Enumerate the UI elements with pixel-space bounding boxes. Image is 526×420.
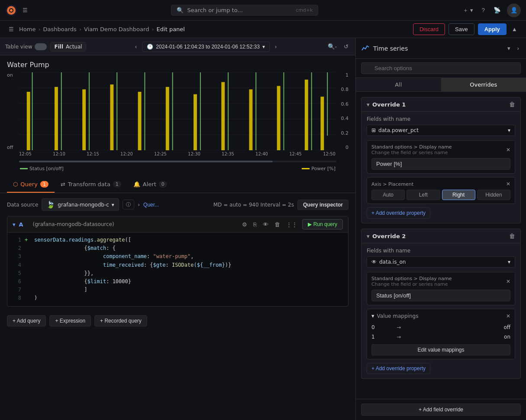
time-range-chevron: ▾ xyxy=(262,44,265,50)
axis-placement-selector: Auto Left Right Hidden xyxy=(371,190,510,200)
code-editor[interactable]: 1 + sensorData.readings.aggregate([ 2 {$… xyxy=(7,233,348,306)
override-2-field-value: data.is_on xyxy=(379,259,406,265)
discard-button[interactable]: Discard xyxy=(413,23,445,35)
override-2-delete-button[interactable]: 🗑 xyxy=(509,233,515,239)
data-source-label: Data source xyxy=(7,202,38,208)
override-1-delete-button[interactable]: 🗑 xyxy=(509,101,515,108)
zoom-out-button[interactable]: 🔍- xyxy=(326,42,339,52)
data-source-bar: Data source 🍃 grafana-mongodb-c ▾ ⓘ › Qu… xyxy=(7,198,349,211)
placement-right-button[interactable]: Right xyxy=(442,190,475,200)
search-placeholder: Search or jump to... xyxy=(187,7,242,13)
help-button[interactable]: ? xyxy=(479,4,487,16)
query-toggle-visibility-button[interactable]: 👁 xyxy=(261,220,270,229)
override-2-collapse-button[interactable]: ▾ xyxy=(367,233,370,239)
query-inspector-button[interactable]: Query inspector xyxy=(297,200,349,210)
override-2-display-name-prop: Standard options > Display name Change t… xyxy=(367,272,515,305)
override-1-prop-header: Standard options > Display name Change t… xyxy=(371,144,510,155)
save-button[interactable]: Save xyxy=(449,23,474,35)
breadcrumb-demo-dashboard[interactable]: Viam Demo Dashboard xyxy=(84,26,149,32)
add-button[interactable]: ＋ ▾ xyxy=(460,4,476,17)
time-navigation: ‹ 🕐 2024-01-06 12:04:23 to 2024-01-06 12… xyxy=(132,42,280,52)
tab-alert-icon: 🔔 xyxy=(133,181,140,187)
time-forward-button[interactable]: › xyxy=(271,42,280,52)
data-source-selector[interactable]: 🍃 grafana-mongodb-c ▾ xyxy=(42,198,119,211)
override-1-add-property-button[interactable]: + Add override property xyxy=(367,207,430,219)
query-collapse-toggle[interactable]: ▾ xyxy=(13,221,16,228)
tab-alert[interactable]: 🔔 Alert 0 xyxy=(127,177,173,193)
value-mappings-header[interactable]: ▾ Value mappings ✕ xyxy=(367,309,515,323)
value-mappings-block: ▾ Value mappings ✕ 0 → off 1 xyxy=(367,309,515,359)
override-2-display-name-close-button[interactable]: ✕ xyxy=(506,278,510,284)
breadcrumb-home[interactable]: Home xyxy=(19,26,35,32)
query-settings-button[interactable]: ⚙ xyxy=(241,220,248,229)
svg-rect-26 xyxy=(138,92,142,150)
actual-option[interactable]: Actual xyxy=(66,44,82,50)
legend-status-label: Status [on/off] xyxy=(29,166,64,171)
topnav-right-actions: ＋ ▾ ? 📡 👤 xyxy=(460,3,521,17)
tab-overrides[interactable]: Overrides xyxy=(441,78,526,91)
time-range-picker[interactable]: 🕐 2024-01-06 12:04:23 to 2024-01-06 12:5… xyxy=(142,42,270,52)
add-recorded-query-button[interactable]: + Recorded query xyxy=(94,315,147,326)
y-right-06: 0.6 xyxy=(336,101,349,107)
grafana-logo[interactable] xyxy=(5,4,17,16)
tab-transform-label: Transform data xyxy=(68,181,110,187)
table-view-switch[interactable] xyxy=(35,43,47,50)
fill-option[interactable]: Fill xyxy=(54,44,63,50)
query-delete-button[interactable]: 🗑 xyxy=(273,220,281,229)
vm-arrow-1: → xyxy=(397,334,401,340)
hamburger-button[interactable]: ☰ xyxy=(21,5,29,15)
apply-button[interactable]: Apply xyxy=(478,23,507,35)
panel-type-expand-button[interactable]: ▾ xyxy=(506,43,512,53)
svg-rect-10 xyxy=(32,72,33,150)
fill-actual-selector[interactable]: Fill Actual xyxy=(50,42,86,52)
sidebar-toggle[interactable]: ☰ xyxy=(7,24,16,34)
override-2-field-selector[interactable]: 👁 data.is_on ▾ xyxy=(367,256,515,268)
collapse-panel-button[interactable]: ▲ xyxy=(510,24,519,34)
svg-rect-16 xyxy=(200,72,201,150)
query-name-button[interactable]: Quer... xyxy=(143,202,159,208)
datasource-info-button[interactable]: ⓘ xyxy=(123,200,134,210)
query-drag-handle[interactable]: ⋮⋮ xyxy=(285,220,299,229)
run-icon: ▶ xyxy=(308,221,312,227)
override-1-axis-label: Axis > Placement xyxy=(371,181,413,187)
breadcrumb-sep-3: › xyxy=(152,26,154,32)
refresh-button[interactable]: ↺ xyxy=(342,42,350,52)
add-field-override-button[interactable]: + Add field override xyxy=(361,404,521,416)
override-1-display-name-close-button[interactable]: ✕ xyxy=(506,147,510,153)
placement-auto-button[interactable]: Auto xyxy=(371,190,405,200)
tab-all-options[interactable]: All xyxy=(356,78,441,91)
breadcrumb-dashboards[interactable]: Dashboards xyxy=(43,26,77,32)
user-avatar[interactable]: 👤 xyxy=(507,3,521,17)
override-1-field-selector[interactable]: ⊞ data.power_pct ▾ xyxy=(367,125,515,136)
override-2-display-name-input[interactable] xyxy=(371,290,510,301)
value-mappings-close-button[interactable]: ✕ xyxy=(506,313,510,319)
override-2-add-property-button[interactable]: + Add override property xyxy=(367,363,430,374)
svg-rect-17 xyxy=(228,72,229,150)
search-options-input[interactable] xyxy=(361,62,521,74)
right-panel-content: ▾ Override 1 🗑 Fields with name ⊞ data.p… xyxy=(356,92,526,399)
query-copy-button[interactable]: ⎘ xyxy=(252,220,258,229)
tab-query[interactable]: ⬡ Query 1 xyxy=(7,177,55,193)
override-1-collapse-button[interactable]: ▾ xyxy=(367,101,370,108)
run-query-button[interactable]: ▶ Run query xyxy=(302,219,343,229)
edit-value-mappings-button[interactable]: Edit value mappings xyxy=(371,344,510,355)
placement-left-button[interactable]: Left xyxy=(407,190,440,200)
time-back-button[interactable]: ‹ xyxy=(132,42,140,52)
svg-rect-15 xyxy=(172,72,173,150)
y-right-02: 0.2 xyxy=(336,130,349,136)
search-bar[interactable]: 🔍 Search or jump to... cmd+k xyxy=(171,5,318,16)
add-query-button[interactable]: + Add query xyxy=(7,315,46,326)
news-button[interactable]: 📡 xyxy=(491,4,503,16)
override-1-axis-close-button[interactable]: ✕ xyxy=(506,181,510,187)
add-expression-button[interactable]: + Expression xyxy=(49,315,91,326)
placement-hidden-button[interactable]: Hidden xyxy=(477,190,510,200)
svg-rect-22 xyxy=(27,92,30,150)
tab-transform[interactable]: ⇄ Transform data 1 xyxy=(55,177,127,193)
x-label-4: 12:25 xyxy=(154,152,167,156)
secondary-navigation: ☰ Home › Dashboards › Viam Demo Dashboar… xyxy=(0,21,526,38)
y-right-0: 0 xyxy=(336,145,349,150)
panel-right-button[interactable]: › xyxy=(516,43,521,53)
code-line-2: 2 {$match: { xyxy=(7,244,348,252)
override-2-prop-label: Standard options > Display name xyxy=(371,276,452,281)
override-1-display-name-input[interactable] xyxy=(371,158,510,170)
